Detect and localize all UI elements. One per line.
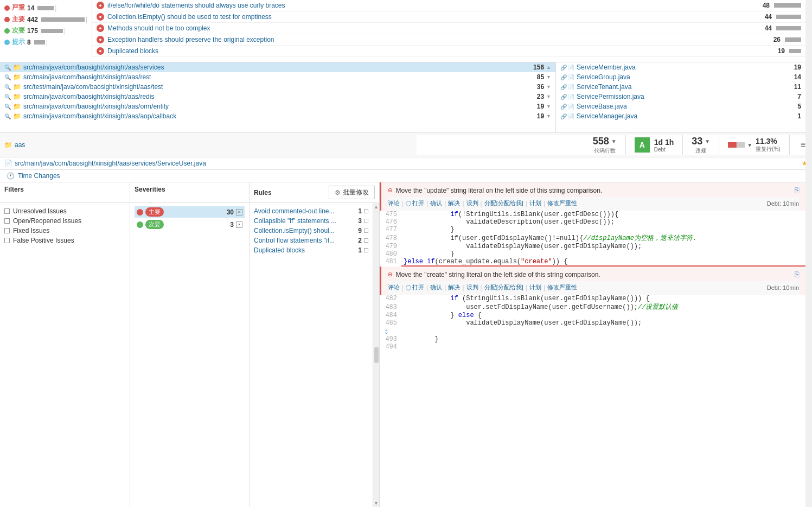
action-修改严重性-0[interactable]: 修改严重性 <box>547 199 577 207</box>
folder-name-5[interactable]: src/main/java/com/baosight/xinsight/aas/… <box>23 112 537 120</box>
issue-text-3[interactable]: Exception handlers should preserve the o… <box>107 36 773 43</box>
action-open-0[interactable]: 打开 <box>406 199 424 207</box>
expand-code-icon[interactable]: ⇕ <box>384 327 388 336</box>
rule-item-3[interactable]: Control flow statements "if... 2 <box>254 236 368 245</box>
folder-row-3[interactable]: 🔍 📁 src/main/java/com/baosight/xinsight/… <box>0 92 555 102</box>
expand-arrow-0[interactable]: ▲ <box>546 65 551 70</box>
issue-banner-copy-icon-1[interactable]: ⎘ <box>795 270 799 279</box>
severity-row-3[interactable]: 提示 8 | <box>0 36 92 48</box>
duplication-dropdown[interactable]: ▼ <box>747 142 752 148</box>
rule-label-3[interactable]: Control flow statements "if... <box>254 237 356 244</box>
severity-row-1[interactable]: 主要 442 | <box>0 14 92 25</box>
folder-name-1[interactable]: src/main/java/com/baosight/xinsight/aas/… <box>23 73 537 81</box>
rule-expand-3[interactable] <box>364 238 368 243</box>
file-path-text[interactable]: src/main/java/com/baosight/xinsight/aas/… <box>15 160 798 167</box>
issue-text-0[interactable]: if/else/for/while/do statements should a… <box>107 2 763 9</box>
time-changes-label[interactable]: Time Changes <box>18 172 60 180</box>
file-name-3[interactable]: ServicePermission.java <box>577 93 797 100</box>
folder-row-1[interactable]: 🔍 📁 src/main/java/com/baosight/xinsight/… <box>0 72 555 82</box>
action-误判-1[interactable]: 误判 <box>466 283 478 291</box>
issue-row-0[interactable]: ● if/else/for/while/do statements should… <box>92 0 805 11</box>
action-修改严重性-1[interactable]: 修改严重性 <box>547 283 577 291</box>
file-row-1[interactable]: 🔗 📄 ServiceGroup.java 14 <box>556 72 805 82</box>
rule-label-0[interactable]: Avoid commented-out line... <box>254 207 356 215</box>
issue-row-4[interactable]: ● Duplicated blocks 19 <box>92 46 805 57</box>
action-解决-0[interactable]: 解决 <box>448 199 460 207</box>
file-name-1[interactable]: ServiceGroup.java <box>577 73 794 81</box>
rule-expand-4[interactable] <box>364 248 368 252</box>
file-name-5[interactable]: ServiceManager.java <box>577 112 797 120</box>
folder-name-2[interactable]: src/test/main/java/com/baosight/xinsight… <box>23 83 537 91</box>
filter-checkbox-3[interactable] <box>4 238 10 243</box>
rule-item-2[interactable]: Collection.isEmpty() shoul... 9 <box>254 226 368 236</box>
expand-arrow-1[interactable]: ▼ <box>546 74 551 80</box>
filter-checkbox-1[interactable] <box>4 218 10 224</box>
issue-row-2[interactable]: ● Methods should not be too complex 44 <box>92 23 805 34</box>
folder-row-4[interactable]: 🔍 📁 src/main/java/com/baosight/xinsight/… <box>0 102 555 111</box>
action-确认-1[interactable]: 确认 <box>430 283 442 291</box>
issue-text-1[interactable]: Collection.isEmpty() should be used to t… <box>107 13 765 21</box>
filter-checkbox-2[interactable] <box>4 228 10 233</box>
expand-arrow-2[interactable]: ▼ <box>546 84 551 90</box>
file-name-4[interactable]: ServiceBase.java <box>577 103 797 110</box>
action-分配[分配给我]-1[interactable]: 分配[分配给我] <box>484 283 523 291</box>
file-row-0[interactable]: 🔗 📄 ServiceMember.java 19 <box>556 62 805 72</box>
action-误判-0[interactable]: 误判 <box>466 199 478 207</box>
severity-row-0[interactable]: 严重 14 | <box>0 2 92 14</box>
sev-filter-expand-1[interactable]: × <box>236 221 242 228</box>
rule-label-1[interactable]: Collapsible "if" statements ... <box>254 217 356 225</box>
filter-scroll-up[interactable]: ▲ <box>374 204 379 210</box>
sev-filter-item-1[interactable]: 次要 3 × <box>135 219 245 230</box>
rule-item-4[interactable]: Duplicated blocks 1 <box>254 245 368 255</box>
file-row-2[interactable]: 🔗 📄 ServiceTenant.java 11 <box>556 82 805 92</box>
action-解决-1[interactable]: 解决 <box>448 283 460 291</box>
filter-item-1[interactable]: Open/Reopened Issues <box>4 216 125 226</box>
filter-item-2[interactable]: Fixed Issues <box>4 226 125 236</box>
file-name-0[interactable]: ServiceMember.java <box>577 64 794 71</box>
folder-name-3[interactable]: src/main/java/com/baosight/xinsight/aas/… <box>23 93 537 100</box>
severity-row-2[interactable]: 次要 175 | <box>0 25 92 36</box>
action-评论-0[interactable]: 评论 <box>388 199 400 207</box>
issue-row-1[interactable]: ● Collection.isEmpty() should be used to… <box>92 11 805 23</box>
folder-row-0[interactable]: 🔍 📁 src/main/java/com/baosight/xinsight/… <box>0 62 555 72</box>
expand-arrow-4[interactable]: ▼ <box>546 104 551 109</box>
action-分配[分配给我]-0[interactable]: 分配[分配给我] <box>484 199 523 207</box>
issue-text-2[interactable]: Methods should not be too complex <box>107 24 765 32</box>
rule-item-1[interactable]: Collapsible "if" statements ... 3 <box>254 216 368 226</box>
rule-expand-2[interactable] <box>364 229 368 233</box>
rule-label-4[interactable]: Duplicated blocks <box>254 246 356 254</box>
rule-expand-0[interactable] <box>364 209 368 213</box>
folder-name-4[interactable]: src/main/java/com/baosight/xinsight/aas/… <box>23 103 537 110</box>
filter-scroll-down[interactable]: ▼ <box>374 500 379 506</box>
rule-expand-1[interactable] <box>364 219 368 223</box>
folder-name-0[interactable]: src/main/java/com/baosight/xinsight/aas/… <box>23 64 533 71</box>
issue-text-4[interactable]: Duplicated blocks <box>107 47 778 55</box>
filter-checkbox-0[interactable] <box>4 208 10 214</box>
action-open-1[interactable]: 打开 <box>406 283 424 291</box>
rule-label-2[interactable]: Collection.isEmpty() shoul... <box>254 227 356 235</box>
filter-item-0[interactable]: Unresolved Issues <box>4 206 125 216</box>
file-name-2[interactable]: ServiceTenant.java <box>577 83 794 91</box>
issue-bar-0 <box>774 3 801 8</box>
bulk-modify-btn[interactable]: ⚙ 批量修改 <box>329 186 375 199</box>
expand-arrow-3[interactable]: ▼ <box>546 94 551 99</box>
sev-filter-expand-0[interactable]: × <box>236 209 242 216</box>
file-row-5[interactable]: 🔗 📄 ServiceManager.java 1 <box>556 111 805 121</box>
violations-dropdown[interactable]: ▼ <box>705 138 710 144</box>
action-确认-0[interactable]: 确认 <box>430 199 442 207</box>
rule-item-0[interactable]: Avoid commented-out line... 1 <box>254 206 368 216</box>
sev-filter-item-0[interactable]: 主要 30 × <box>135 206 245 218</box>
file-row-3[interactable]: 🔗 📄 ServicePermission.java 7 <box>556 92 805 102</box>
action-计划-1[interactable]: 计划 <box>529 283 541 291</box>
folder-row-2[interactable]: 🔍 📁 src/test/main/java/com/baosight/xins… <box>0 82 555 92</box>
lines-dropdown-arrow[interactable]: ▼ <box>611 138 617 144</box>
issue-banner-copy-icon-0[interactable]: ⎘ <box>795 186 799 195</box>
issue-row-3[interactable]: ● Exception handlers should preserve the… <box>92 34 805 46</box>
file-row-4[interactable]: 🔗 📄 ServiceBase.java 5 <box>556 102 805 111</box>
filter-item-3[interactable]: False Positive Issues <box>4 236 125 245</box>
folder-row-5[interactable]: 🔍 📁 src/main/java/com/baosight/xinsight/… <box>0 111 555 121</box>
action-评论-1[interactable]: 评论 <box>388 283 400 291</box>
action-计划-0[interactable]: 计划 <box>529 199 541 207</box>
breadcrumb-item[interactable]: aas <box>15 141 25 149</box>
expand-arrow-5[interactable]: ▼ <box>546 113 551 119</box>
